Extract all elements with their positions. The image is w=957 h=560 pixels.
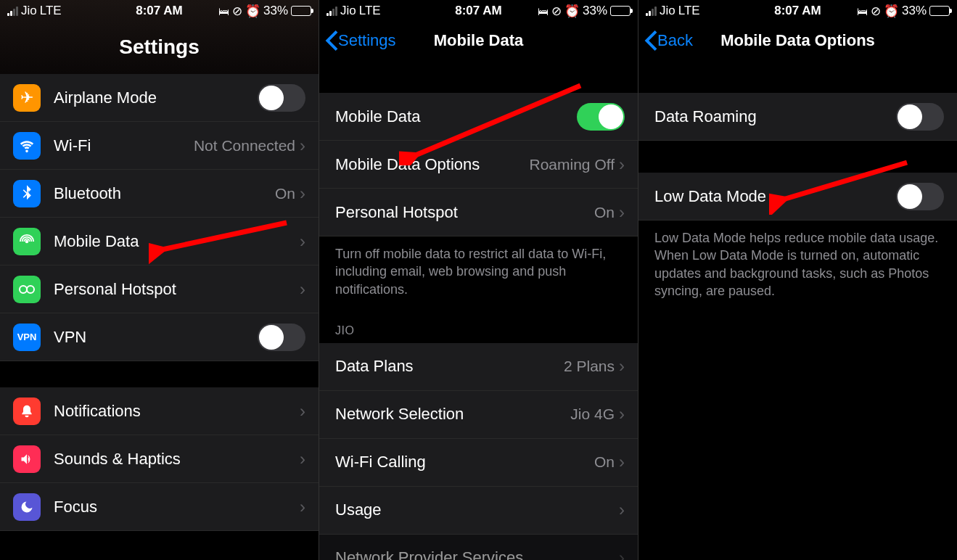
row-sounds[interactable]: Sounds & Haptics › xyxy=(0,435,319,483)
status-time: 8:07 AM xyxy=(774,4,821,18)
battery-pct: 33% xyxy=(583,4,607,18)
carrier-label: Jio xyxy=(21,4,37,18)
signal-icon xyxy=(646,6,657,16)
chevron-right-icon: › xyxy=(300,184,305,204)
carrier-label: Jio xyxy=(340,4,356,18)
row-label: Personal Hotspot xyxy=(335,203,594,222)
airplane-icon: ✈ xyxy=(13,84,41,112)
roaming-toggle[interactable] xyxy=(896,103,944,131)
footer-text: Low Data Mode helps reduce mobile data u… xyxy=(638,221,957,308)
row-usage[interactable]: Usage › xyxy=(319,487,638,535)
row-bluetooth[interactable]: Bluetooth On › xyxy=(0,170,319,218)
status-bar: Jio LTE 8:07 AM 🛏 ⊘ ⏰ 33% xyxy=(319,0,638,22)
chevron-right-icon: › xyxy=(619,202,625,223)
orientation-lock-icon: ⊘ xyxy=(871,4,881,19)
row-mobile-data-options[interactable]: Mobile Data Options Roaming Off › xyxy=(319,141,638,189)
row-value: Jio 4G xyxy=(570,405,615,423)
chevron-right-icon: › xyxy=(619,452,625,472)
cellular-icon xyxy=(13,228,41,255)
battery-icon xyxy=(291,6,311,16)
footer-text: Turn off mobile data to restrict all dat… xyxy=(319,236,638,307)
row-label: VPN xyxy=(54,328,258,347)
row-label: Network Selection xyxy=(335,405,570,424)
orientation-lock-icon: ⊘ xyxy=(232,4,242,19)
chevron-right-icon: › xyxy=(300,136,305,156)
row-data-roaming[interactable]: Data Roaming xyxy=(638,93,957,141)
row-personal-hotspot[interactable]: Personal Hotspot › xyxy=(0,265,319,313)
focus-icon xyxy=(13,493,41,521)
bed-icon: 🛏 xyxy=(857,5,868,17)
row-wifi[interactable]: Wi-Fi Not Connected › xyxy=(0,122,319,170)
row-value: On xyxy=(275,185,295,202)
row-focus[interactable]: Focus › xyxy=(0,483,319,531)
signal-icon xyxy=(326,6,337,16)
row-network-provider-services[interactable]: Network Provider Services › xyxy=(319,535,638,560)
chevron-right-icon: › xyxy=(300,279,305,300)
battery-pct: 33% xyxy=(263,4,288,18)
row-label: Data Plans xyxy=(335,357,564,376)
row-mobile-data-toggle[interactable]: Mobile Data xyxy=(319,93,638,141)
alarm-icon: ⏰ xyxy=(884,4,899,19)
back-button[interactable]: Settings xyxy=(325,30,396,51)
screen-mobile-data: Jio LTE 8:07 AM 🛏 ⊘ ⏰ 33% Settings Mobil… xyxy=(319,0,638,560)
chevron-right-icon: › xyxy=(300,231,305,252)
row-label: Mobile Data xyxy=(54,232,300,251)
chevron-right-icon: › xyxy=(300,449,305,469)
bluetooth-icon xyxy=(13,180,41,207)
airplane-toggle[interactable] xyxy=(258,84,305,112)
status-time: 8:07 AM xyxy=(136,4,183,18)
vpn-toggle[interactable] xyxy=(258,324,305,351)
chevron-left-icon xyxy=(644,30,657,51)
carrier-label: Jio xyxy=(660,4,675,18)
notifications-icon xyxy=(13,398,41,425)
row-wifi-calling[interactable]: Wi-Fi Calling On › xyxy=(319,439,638,487)
battery-icon xyxy=(929,6,950,16)
page-title: Mobile Data Options xyxy=(720,31,875,50)
page-title: Mobile Data xyxy=(434,31,523,50)
row-label: Usage xyxy=(335,501,619,519)
low-data-toggle[interactable] xyxy=(896,183,944,210)
row-data-plans[interactable]: Data Plans 2 Plans › xyxy=(319,343,638,391)
page-title: Settings xyxy=(0,22,319,73)
battery-icon xyxy=(610,6,631,16)
orientation-lock-icon: ⊘ xyxy=(551,4,562,19)
row-label: Airplane Mode xyxy=(54,88,258,107)
status-bar: Jio LTE 8:07 AM 🛏 ⊘ ⏰ 33% xyxy=(638,0,957,22)
chevron-right-icon: › xyxy=(300,401,305,421)
row-label: Wi-Fi xyxy=(54,136,194,155)
mobile-data-toggle[interactable] xyxy=(577,103,625,131)
nav-bar: Back Mobile Data Options xyxy=(638,22,957,59)
row-label: Wi-Fi Calling xyxy=(335,453,594,472)
bed-icon: 🛏 xyxy=(538,5,549,17)
hotspot-icon xyxy=(13,276,41,303)
row-personal-hotspot[interactable]: Personal Hotspot On › xyxy=(319,189,638,236)
status-time: 8:07 AM xyxy=(455,4,502,18)
row-label: Data Roaming xyxy=(654,107,896,126)
wifi-icon xyxy=(13,132,41,160)
row-label: Focus xyxy=(54,498,300,516)
alarm-icon: ⏰ xyxy=(564,4,580,19)
row-network-selection[interactable]: Network Selection Jio 4G › xyxy=(319,391,638,439)
back-label: Back xyxy=(657,31,693,50)
back-button[interactable]: Back xyxy=(644,30,693,51)
row-label: Notifications xyxy=(54,402,300,421)
nav-bar: Settings Mobile Data xyxy=(319,22,638,59)
row-airplane-mode[interactable]: ✈ Airplane Mode xyxy=(0,74,319,122)
bed-icon: 🛏 xyxy=(218,5,229,17)
row-label: Mobile Data xyxy=(335,107,577,126)
row-value: 2 Plans xyxy=(564,358,615,375)
row-notifications[interactable]: Notifications › xyxy=(0,387,319,435)
row-vpn[interactable]: VPN VPN xyxy=(0,313,319,361)
battery-pct: 33% xyxy=(902,4,927,18)
row-mobile-data[interactable]: Mobile Data › xyxy=(0,218,319,265)
svg-point-1 xyxy=(20,286,27,293)
row-label: Sounds & Haptics xyxy=(54,450,300,469)
row-low-data-mode[interactable]: Low Data Mode xyxy=(638,173,957,221)
row-label: Personal Hotspot xyxy=(54,280,300,299)
chevron-right-icon: › xyxy=(619,404,625,424)
chevron-left-icon xyxy=(325,30,338,51)
row-label: Bluetooth xyxy=(54,184,275,203)
chevron-right-icon: › xyxy=(619,548,625,560)
signal-icon xyxy=(7,6,18,16)
status-bar: Jio LTE 8:07 AM 🛏 ⊘ ⏰ 33% xyxy=(0,0,319,22)
